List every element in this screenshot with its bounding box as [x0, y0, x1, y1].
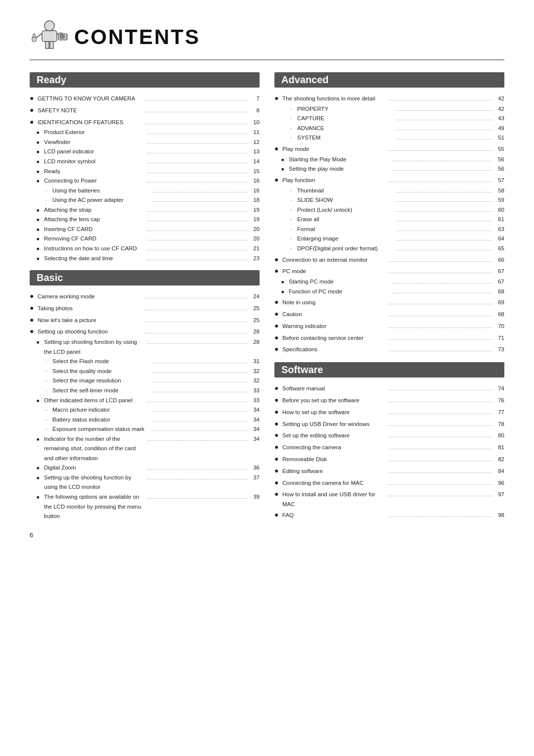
toc-page: 81 — [494, 443, 504, 453]
toc-label: Editing software — [282, 467, 387, 476]
toc-page: 73 — [494, 345, 504, 355]
toc-page: 76 — [494, 396, 504, 406]
toc-entry: ·Macro picture indicator34 — [30, 405, 260, 415]
toc-bullet: · — [45, 415, 50, 425]
toc-label: Setting up shooting function by using th… — [44, 337, 145, 357]
toc-entry: ●Warning indicator70 — [274, 320, 504, 332]
toc-bullet: · — [290, 215, 295, 224]
toc-entry: ■Starting the Play Mode56 — [274, 155, 504, 165]
toc-entry: ·SLIDE SHOW59 — [274, 195, 504, 205]
toc-bullet: · — [45, 357, 50, 366]
toc-page: 84 — [494, 467, 504, 476]
toc-bullet: ■ — [37, 139, 42, 146]
toc-dots — [389, 261, 493, 262]
toc-bullet: · — [290, 225, 295, 234]
toc-dots — [151, 430, 248, 431]
toc-entry: ·Select the image resolution32 — [30, 376, 260, 386]
toc-label: Now let's take a picture — [38, 316, 142, 326]
toc-entry: ●Connecting the camera81 — [274, 441, 504, 453]
advanced-section: Advanced ●The shooting functions in more… — [274, 72, 504, 355]
toc-bullet: ● — [30, 116, 36, 128]
toc-bullet: ● — [30, 314, 36, 326]
toc-label: FAQ — [282, 511, 387, 520]
toc-dots — [151, 373, 248, 373]
toc-page: 60 — [494, 205, 504, 215]
toc-entry: ●The shooting functions in more detail42 — [274, 93, 504, 104]
toc-dots — [144, 100, 248, 100]
toc-bullet: · — [290, 133, 295, 142]
toc-entry: ■Viewfinder12 — [30, 138, 260, 147]
basic-header: Basic — [30, 270, 260, 285]
toc-dots — [147, 440, 248, 441]
toc-entry: ■Starting PC mode67 — [274, 277, 504, 287]
toc-dots — [147, 221, 248, 221]
svg-rect-10 — [33, 34, 35, 38]
toc-dots — [389, 496, 493, 496]
toc-page: 80 — [494, 431, 504, 441]
toc-page: 25 — [250, 316, 260, 326]
toc-page: 23 — [250, 254, 260, 264]
toc-dots — [151, 363, 248, 363]
toc-dots — [396, 231, 493, 231]
toc-bullet: ■ — [37, 226, 42, 234]
advanced-header: Advanced — [274, 72, 504, 88]
toc-bullet: ■ — [37, 245, 42, 253]
toc-entry: ■The following options are available on … — [30, 492, 260, 521]
toc-entry: ●Taking photos25 — [30, 302, 260, 314]
toc-entry: ●Specifications73 — [274, 343, 504, 355]
toc-label: Taking photos — [38, 304, 142, 314]
toc-page: 71 — [494, 333, 504, 343]
toc-dots — [147, 260, 248, 260]
toc-entry: ■Setting up shooting function by using t… — [30, 337, 260, 357]
toc-dots — [389, 182, 493, 182]
toc-entry: ●PC mode67 — [274, 265, 504, 277]
toc-bullet: ● — [30, 290, 36, 302]
toc-label: DPOF(Digital print order format) — [297, 244, 394, 254]
toc-page: 34 — [250, 415, 260, 425]
toc-label: Setting up the shooting function by usin… — [44, 473, 145, 492]
toc-entry: ·Protect (Lock/ unlock)60 — [274, 205, 504, 215]
toc-bullet: · — [45, 367, 50, 376]
toc-page: 97 — [494, 490, 504, 500]
toc-dots — [144, 322, 248, 322]
toc-entry: ■LCD panel indicator13 — [30, 147, 260, 157]
toc-page: 20 — [250, 234, 260, 244]
toc-dots — [389, 517, 493, 517]
toc-entry: ·Erase all61 — [274, 215, 504, 225]
toc-page: 19 — [250, 215, 260, 225]
toc-page: 12 — [250, 138, 260, 147]
toc-label: Attaching the lens cap — [44, 215, 145, 225]
basic-section: Basic ●Camera working mode24●Taking phot… — [30, 270, 260, 521]
toc-label: Setting up shooting function — [38, 327, 142, 337]
toc-bullet: ● — [30, 93, 36, 104]
toc-page: 16 — [250, 176, 260, 186]
toc-entry: ■Connecting to Power16 — [30, 176, 260, 186]
toc-entry: ■Function of PC mode68 — [274, 287, 504, 297]
toc-page: 32 — [250, 367, 260, 377]
toc-page: 14 — [250, 157, 260, 167]
toc-dots — [144, 298, 248, 298]
toc-label: Using the AC power adapter — [52, 195, 149, 205]
toc-entry: ■Other indicated items of LCD panel33 — [30, 396, 260, 406]
toc-dots — [389, 461, 493, 461]
toc-entry: ●Camera working mode24 — [30, 290, 260, 302]
toc-page: 28 — [250, 327, 260, 337]
toc-page: 7 — [250, 94, 260, 104]
toc-entry: ●FAQ98 — [274, 509, 504, 521]
toc-bullet: ● — [274, 406, 280, 418]
toc-page: 49 — [494, 124, 504, 134]
toc-dots — [389, 425, 493, 426]
toc-bullet: ● — [274, 308, 280, 320]
toc-label: Connecting to Power — [44, 176, 145, 186]
toc-label: SAFETY NOTE — [38, 106, 142, 116]
toc-label: Setting up USB Driver for windows — [282, 420, 387, 429]
toc-label: Connecting the camera — [282, 443, 387, 453]
toc-entry: ·Format63 — [274, 225, 504, 235]
toc-entry: ■Selecting the date and time23 — [30, 254, 260, 264]
toc-label: How to install and use USB driver for MA… — [282, 490, 387, 509]
toc-dots — [389, 328, 493, 328]
toc-dots — [396, 192, 493, 192]
toc-dots — [389, 339, 493, 340]
toc-page: 16 — [250, 186, 260, 196]
toc-bullet: ● — [274, 320, 280, 332]
